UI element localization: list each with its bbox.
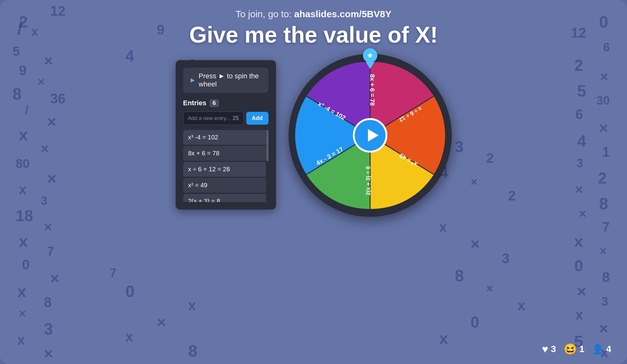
entry-char-count: 25: [232, 115, 239, 122]
list-item: 8x + 6 = 78: [183, 146, 268, 161]
slide-title: Give me the value of X!: [0, 22, 627, 48]
spin-instruction-text: Press ► to spin the wheel: [199, 72, 262, 88]
wheel-svg: x³ -4 = 102 8x + 6 = 78 x ÷ 6 + 12 x² = …: [293, 59, 447, 212]
svg-text:8x + 6 = 78: 8x + 6 = 78: [369, 74, 376, 106]
users-count: 4: [606, 344, 611, 354]
hearts-count: 3: [551, 344, 556, 354]
laugh-stat: 😆 1: [564, 343, 585, 355]
join-url: ahaslides.com/5BV8Y: [294, 9, 391, 19]
entries-panel: ► Press ► to spin the wheel Entries 6 Ad…: [176, 60, 276, 210]
wheel-pointer: ★: [363, 48, 377, 69]
list-item: x ÷ 6 + 12 = 28: [183, 162, 268, 177]
entry-input-container[interactable]: Add a new entry... 25: [183, 112, 244, 125]
entry-input-row: Add a new entry... 25 Add: [183, 112, 268, 125]
main-container: To join, go to: ahaslides.com/5BV8Y Give…: [0, 0, 627, 364]
scrollbar-thumb[interactable]: [266, 130, 268, 161]
bottom-stats: ♥ 3 😆 1 👤 4: [542, 343, 611, 355]
pointer-star: ★: [363, 48, 377, 63]
entries-list: x³ -4 = 102 8x + 6 = 78 x ÷ 6 + 12 = 28 …: [183, 130, 268, 202]
users-icon: 👤: [592, 344, 603, 355]
laugh-count: 1: [579, 344, 585, 354]
pointer-arrow-icon: [366, 62, 375, 69]
svg-text:2(x + 3) = 8: 2(x + 3) = 8: [365, 166, 371, 195]
entries-header: Entries 6: [183, 99, 268, 107]
laugh-icon: 😆: [564, 343, 577, 355]
wheel-container: ★: [289, 54, 452, 217]
list-item: 2(x + 3) = 8: [183, 194, 268, 202]
entry-input-placeholder: Add a new entry...: [188, 115, 231, 122]
content-area: ► Press ► to spin the wheel Entries 6 Ad…: [176, 60, 452, 217]
hearts-stat: ♥ 3: [542, 343, 556, 355]
scrollbar-track[interactable]: [266, 130, 268, 202]
list-item: x³ -4 = 102: [183, 130, 268, 145]
heart-icon: ♥: [542, 343, 548, 355]
entries-label: Entries: [183, 99, 207, 107]
play-arrow-icon: ►: [189, 76, 196, 84]
join-text-label: To join, go to:: [236, 9, 294, 19]
users-stat: 👤 4: [592, 344, 611, 355]
list-item: x² = 49: [183, 178, 268, 193]
add-button[interactable]: Add: [246, 112, 268, 125]
wheel-outer: x³ -4 = 102 8x + 6 = 78 x ÷ 6 + 12 x² = …: [289, 54, 452, 217]
entries-badge: 6: [210, 99, 219, 107]
join-info: To join, go to: ahaslides.com/5BV8Y: [0, 9, 627, 19]
header: To join, go to: ahaslides.com/5BV8Y Give…: [0, 0, 627, 51]
spin-instruction: ► Press ► to spin the wheel: [183, 68, 268, 93]
